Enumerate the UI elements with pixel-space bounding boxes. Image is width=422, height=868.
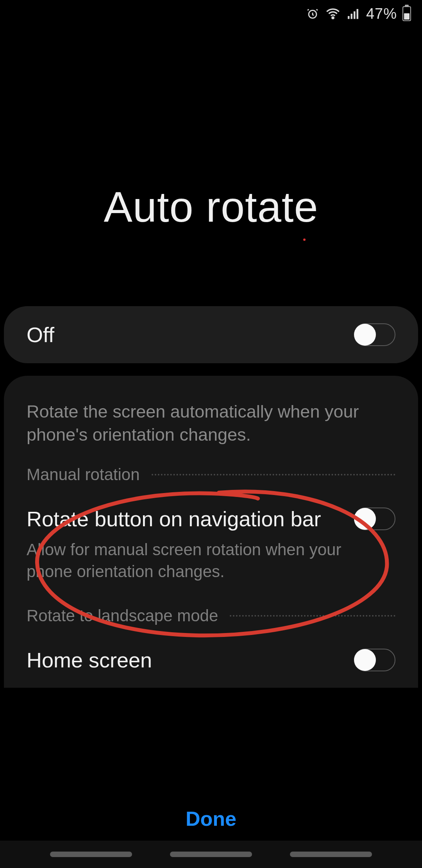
page-title: Auto rotate [0,182,422,231]
rotate-button-nav-bar-title: Rotate button on navigation bar [27,507,321,531]
home-screen-toggle[interactable] [354,649,395,671]
svg-rect-4 [354,11,356,19]
rotate-button-nav-bar-toggle[interactable] [354,508,395,530]
nav-home-button[interactable] [170,852,252,857]
nav-back-button[interactable] [290,852,372,857]
svg-point-1 [332,17,334,18]
master-toggle-switch[interactable] [354,323,395,346]
annotation-dot [303,239,306,241]
section-header-landscape-mode: Rotate to landscape mode [27,606,395,625]
settings-panel: Rotate the screen automatically when you… [4,376,418,688]
section-header-manual-rotation: Manual rotation [27,465,395,484]
status-bar: 47% [0,0,422,27]
home-screen-title: Home screen [27,648,152,672]
battery-percentage: 47% [366,5,397,22]
svg-rect-2 [348,16,350,19]
home-screen-row[interactable]: Home screen [27,640,395,688]
auto-rotate-description: Rotate the screen automatically when you… [27,400,395,447]
rotate-button-nav-bar-row[interactable]: Rotate button on navigation bar [27,499,395,535]
navigation-bar [0,841,422,868]
wifi-icon [325,5,341,22]
signal-icon [347,7,361,21]
master-toggle-row[interactable]: Off [4,306,418,363]
master-toggle-label: Off [27,323,54,347]
rotate-button-nav-bar-subtitle: Allow for manual screen rotation when yo… [27,539,378,583]
svg-rect-3 [350,14,352,19]
battery-icon [402,6,411,21]
alarm-icon [306,7,319,20]
svg-rect-5 [356,9,358,19]
done-button[interactable]: Done [186,807,236,830]
nav-recents-button[interactable] [50,852,132,857]
done-bar: Done [0,807,422,830]
